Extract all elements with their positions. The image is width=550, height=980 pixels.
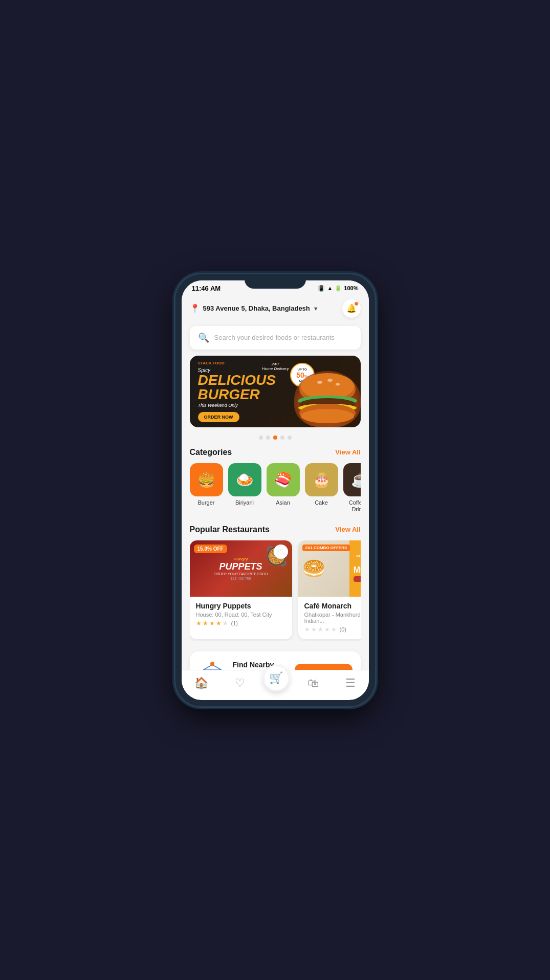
categories-view-all[interactable]: View All bbox=[335, 448, 360, 456]
star-3: ★ bbox=[209, 620, 215, 627]
svg-line-14 bbox=[212, 665, 222, 670]
cafe-monarch-bg: 🥯 FRESH FROM THE OVEN CAFÉMONARCH FREE D… bbox=[298, 540, 361, 597]
svg-line-13 bbox=[203, 665, 212, 670]
hungry-puppets-info: Hungry Puppets House: 00, Road: 00, Test… bbox=[190, 597, 292, 633]
home-icon: 🏠 bbox=[194, 677, 208, 690]
category-biriyani[interactable]: 🍛 Biriyani bbox=[228, 463, 261, 513]
cafe-monarch-info: Café Monarch Ghatkopar - Mankhurd Link R… bbox=[298, 597, 361, 639]
restaurant-card-cafe-monarch[interactable]: 🥯 FRESH FROM THE OVEN CAFÉMONARCH FREE D… bbox=[298, 540, 361, 639]
nav-orders[interactable]: 🛍 bbox=[299, 674, 327, 692]
search-box[interactable]: 🔍 Search your desired foods or restauran… bbox=[190, 326, 361, 350]
category-cake[interactable]: 🎂 Cake bbox=[305, 463, 338, 513]
dot-1[interactable] bbox=[259, 435, 263, 440]
bottom-navigation: 🏠 ♡ 🛒 🛍 ☰ bbox=[182, 670, 369, 700]
restaurant-img-hungry-puppets: Hungry PUPPETS ORDER YOUR FAVORITE FOOD … bbox=[190, 540, 292, 597]
dot-4[interactable] bbox=[280, 435, 284, 440]
banner-container: STACK FOOD Spicy DeliciousBURGER This We… bbox=[182, 356, 369, 431]
hungry-puppets-favorite-button[interactable]: ♡ bbox=[274, 545, 288, 559]
notification-dot bbox=[354, 301, 359, 306]
svg-point-15 bbox=[210, 662, 214, 666]
svg-point-2 bbox=[317, 381, 322, 384]
phone-frame: 11:46 AM 📳 ▲ 🔋 100% 📍 593 Avenue 5, Dhak… bbox=[175, 274, 375, 706]
restaurant-card-hungry-puppets[interactable]: Hungry PUPPETS ORDER YOUR FAVORITE FOOD … bbox=[190, 540, 292, 639]
wifi-icon: ▲ bbox=[327, 285, 333, 291]
search-icon: 🔍 bbox=[198, 332, 209, 343]
bag-icon: 🛍 bbox=[307, 677, 319, 690]
app-content: 📍 593 Avenue 5, Dhaka, Bangladesh ▼ 🔔 🔍 … bbox=[182, 294, 369, 700]
nav-cart-button[interactable]: 🛒 bbox=[263, 665, 290, 691]
category-cake-icon: 🎂 bbox=[305, 463, 338, 496]
star-5-empty: ★ bbox=[223, 620, 228, 627]
restaurant-img-cafe-monarch: 🥯 FRESH FROM THE OVEN CAFÉMONARCH FREE D… bbox=[298, 540, 361, 597]
popular-restaurants-header: Popular Restaurants View All bbox=[190, 525, 361, 534]
svg-point-9 bbox=[301, 409, 354, 423]
star-1: ★ bbox=[196, 620, 202, 627]
categories-section: Categories View All 🍔 Burger 🍛 Biriyani … bbox=[182, 442, 369, 519]
free-delivery-badge: FREE DELIVERY bbox=[354, 576, 361, 582]
nav-favorites[interactable]: ♡ bbox=[227, 674, 253, 692]
cm-star-1: ★ bbox=[304, 626, 310, 633]
banner-dots bbox=[182, 431, 369, 442]
hungry-puppets-stars: ★ ★ ★ ★ ★ (1) bbox=[196, 620, 286, 627]
status-time: 11:46 AM bbox=[192, 285, 221, 292]
cafe-monarch-address: Ghatkopar - Mankhurd Link Road, Indian..… bbox=[304, 612, 361, 624]
location-text: 593 Avenue 5, Dhaka, Bangladesh bbox=[203, 304, 310, 312]
star-2: ★ bbox=[203, 620, 208, 627]
notification-button[interactable]: 🔔 bbox=[342, 299, 361, 318]
bagel-icon: 🥯 bbox=[302, 558, 325, 579]
category-asian-label: Asian bbox=[276, 499, 290, 506]
hungry-puppets-rating-count: (1) bbox=[231, 620, 238, 626]
dot-3-active[interactable] bbox=[273, 435, 277, 440]
hp-text: Hungry PUPPETS ORDER YOUR FAVORITE FOOD … bbox=[214, 557, 268, 580]
combo-badge: 2X1 COMBO OFFERS bbox=[302, 545, 350, 551]
app-header: 📍 593 Avenue 5, Dhaka, Bangladesh ▼ 🔔 bbox=[182, 294, 369, 322]
category-coffee-icon: ☕ bbox=[343, 463, 361, 496]
cm-star-4: ★ bbox=[324, 626, 330, 633]
promo-banner[interactable]: STACK FOOD Spicy DeliciousBURGER This We… bbox=[190, 356, 361, 427]
search-input[interactable]: Search your desired foods or restaurants bbox=[214, 334, 335, 341]
cm-star-5: ★ bbox=[331, 626, 337, 633]
star-4: ★ bbox=[216, 620, 222, 627]
categories-title: Categories bbox=[190, 448, 232, 457]
phone-screen: 11:46 AM 📳 ▲ 🔋 100% 📍 593 Avenue 5, Dhak… bbox=[182, 280, 369, 700]
svg-point-4 bbox=[336, 383, 340, 385]
restaurants-scroll: Hungry PUPPETS ORDER YOUR FAVORITE FOOD … bbox=[190, 540, 361, 641]
category-coffee[interactable]: ☕ Coffee &Drinks bbox=[343, 463, 361, 513]
hungry-puppets-name: Hungry Puppets bbox=[196, 602, 286, 610]
category-burger[interactable]: 🍔 Burger bbox=[190, 463, 223, 513]
banner-cta-button[interactable]: ORDER NOW bbox=[198, 412, 239, 422]
popular-restaurants-view-all[interactable]: View All bbox=[335, 526, 360, 533]
hamburger-menu-icon: ☰ bbox=[345, 677, 356, 690]
battery-percent: 100% bbox=[344, 285, 358, 291]
nav-home[interactable]: 🏠 bbox=[186, 674, 216, 692]
phone-notch bbox=[245, 274, 306, 289]
hungry-puppets-address: House: 00, Road: 00, Test City bbox=[196, 612, 286, 618]
cafe-monarch-name: Café Monarch bbox=[304, 602, 361, 610]
search-container: 🔍 Search your desired foods or restauran… bbox=[182, 322, 369, 356]
cm-star-3: ★ bbox=[318, 626, 323, 633]
location-row[interactable]: 📍 593 Avenue 5, Dhaka, Bangladesh ▼ bbox=[190, 303, 319, 313]
categories-header: Categories View All bbox=[190, 448, 361, 457]
popular-restaurants-title: Popular Restaurants bbox=[190, 525, 270, 534]
popular-restaurants-section: Popular Restaurants View All Hungry PUPP… bbox=[182, 519, 369, 645]
categories-scroll: 🍔 Burger 🍛 Biriyani 🍣 Asian 🎂 Cake bbox=[190, 463, 361, 515]
cafe-monarch-stars: ★ ★ ★ ★ ★ (0) bbox=[304, 626, 361, 633]
category-asian[interactable]: 🍣 Asian bbox=[267, 463, 300, 513]
nav-menu[interactable]: ☰ bbox=[337, 674, 364, 692]
heart-icon: ♡ bbox=[235, 677, 245, 690]
dot-5[interactable] bbox=[288, 435, 292, 440]
location-pin-icon: 📍 bbox=[190, 303, 200, 313]
cafe-name-text: CAFÉMONARCH bbox=[354, 558, 361, 574]
category-biriyani-icon: 🍛 bbox=[228, 463, 261, 496]
cart-icon: 🛒 bbox=[269, 671, 283, 685]
battery-icon: 🔋 bbox=[335, 285, 342, 292]
svg-point-3 bbox=[327, 379, 333, 382]
category-coffee-label: Coffee &Drinks bbox=[349, 499, 361, 513]
category-burger-icon: 🍔 bbox=[190, 463, 223, 496]
dot-2[interactable] bbox=[266, 435, 270, 440]
hungry-puppets-badge: 15.0% OFF bbox=[194, 545, 227, 553]
cafe-monarch-branding: FRESH FROM THE OVEN CAFÉMONARCH FREE DEL… bbox=[349, 540, 361, 597]
cafe-monarch-rating-count: (0) bbox=[340, 626, 346, 633]
category-biriyani-label: Biriyani bbox=[235, 499, 254, 506]
burger-image bbox=[294, 371, 361, 427]
